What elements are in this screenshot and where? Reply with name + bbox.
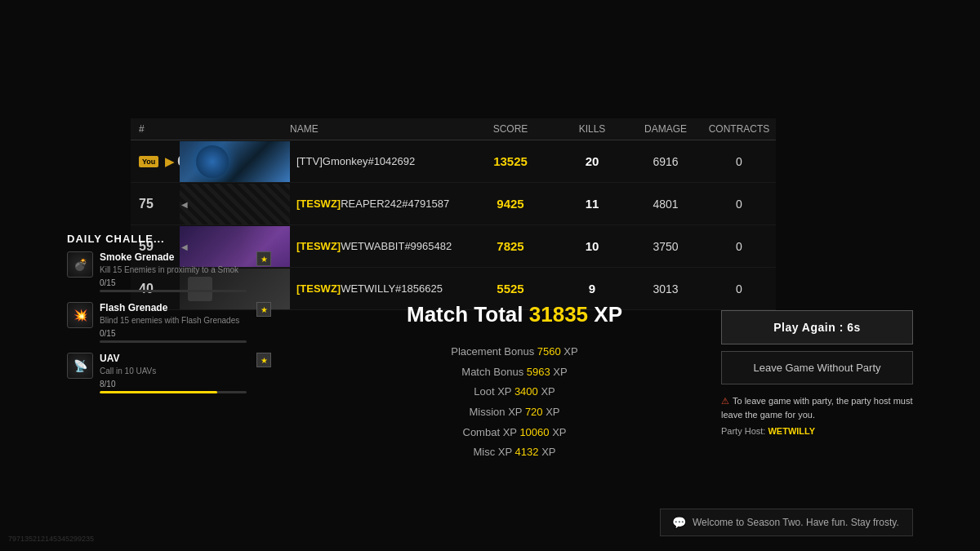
player-contracts: 0 bbox=[702, 282, 776, 295]
daily-challenges-title: DAILY CHALLE... bbox=[67, 233, 271, 245]
xp-line: Placement Bonus 7560 XP bbox=[343, 342, 686, 362]
challenge-star: ★ bbox=[256, 302, 271, 317]
header-score: Score bbox=[466, 123, 555, 135]
team-tag: [TESWZ] bbox=[296, 282, 341, 295]
right-panel: Play Again : 6s Leave Game Without Party… bbox=[721, 310, 913, 436]
progress-bar bbox=[100, 391, 247, 393]
player-contracts: 0 bbox=[702, 240, 776, 253]
challenge-desc: Kill 15 Enemies in proximity to a Smok bbox=[100, 264, 250, 275]
player-score: 5525 bbox=[466, 282, 555, 295]
avatar-image bbox=[180, 184, 290, 224]
challenge-star: ★ bbox=[256, 251, 271, 266]
team-tag: [TESWZ] bbox=[296, 198, 341, 210]
player-avatar bbox=[180, 141, 290, 182]
avatar-image bbox=[180, 141, 290, 182]
header-contracts: Contracts bbox=[702, 123, 776, 135]
challenge-progress: 0/15 bbox=[100, 329, 250, 338]
player-score: 7825 bbox=[466, 239, 555, 253]
header-damage: Damage bbox=[629, 123, 702, 135]
challenge-icon: 💣 bbox=[67, 251, 93, 278]
chat-icon: 💬 bbox=[672, 516, 686, 529]
match-total-panel: Match Total 31835 XP Placement Bonus 756… bbox=[343, 302, 686, 463]
player-avatar: ◀ bbox=[180, 184, 290, 224]
player-name: [TTV]Gmonkey#1042692 bbox=[290, 155, 466, 167]
player-contracts: 0 bbox=[702, 155, 776, 168]
party-host-line: Party Host: WETWILLY bbox=[721, 426, 913, 436]
challenge-name: Flash Grenade bbox=[100, 302, 250, 313]
challenge-icon: 💥 bbox=[67, 302, 93, 328]
leave-game-button[interactable]: Leave Game Without Party bbox=[721, 351, 913, 384]
progress-bar bbox=[100, 290, 247, 292]
watermark: 797135212145345299235 bbox=[8, 535, 94, 543]
match-total-title: Match Total 31835 XP bbox=[343, 302, 686, 327]
challenge-name: Smoke Grenade bbox=[100, 251, 250, 263]
progress-bar bbox=[100, 340, 247, 343]
challenge-item: 📡 UAV Call in 10 UAVs 8/10 ★ bbox=[67, 353, 271, 393]
challenge-name: UAV bbox=[100, 353, 250, 364]
party-host-name: WETWILLY bbox=[768, 426, 815, 436]
player-name: [TESWZ]REAPER242#4791587 bbox=[290, 198, 466, 210]
xp-breakdown: Placement Bonus 7560 XP Match Bonus 5963… bbox=[343, 342, 686, 463]
player-contracts: 0 bbox=[702, 198, 776, 211]
arrow-icon: ▶ bbox=[165, 155, 174, 168]
table-row: 75 ◀ [TESWZ]REAPER242#4791587 9425 11 48… bbox=[131, 183, 776, 225]
challenge-desc: Call in 10 UAVs bbox=[100, 366, 250, 376]
mute-icon: ◀ bbox=[181, 199, 188, 208]
daily-challenges-panel: DAILY CHALLE... 💣 Smoke Grenade Kill 15 … bbox=[67, 233, 271, 403]
challenge-progress: 0/15 bbox=[100, 278, 250, 287]
warning-icon: ⚠ bbox=[721, 396, 729, 406]
player-kills: 10 bbox=[555, 239, 629, 253]
challenge-progress: 8/10 bbox=[100, 380, 250, 389]
play-again-button[interactable]: Play Again : 6s bbox=[721, 310, 913, 344]
player-kills: 9 bbox=[555, 282, 629, 295]
player-score: 13525 bbox=[466, 154, 555, 168]
challenge-info: Smoke Grenade Kill 15 Enemies in proximi… bbox=[100, 251, 250, 292]
player-name: [TESWZ]WETWILLY#1856625 bbox=[290, 282, 466, 295]
player-kills: 20 bbox=[555, 154, 629, 168]
challenge-info: UAV Call in 10 UAVs 8/10 bbox=[100, 353, 250, 393]
xp-line: Loot XP 3400 XP bbox=[343, 382, 686, 402]
header-kills: Kills bbox=[555, 123, 629, 135]
challenge-desc: Blind 15 enemies with Flash Grenades bbox=[100, 315, 250, 326]
player-kills: 11 bbox=[555, 197, 629, 211]
challenge-icon: 📡 bbox=[67, 353, 93, 379]
row-num: You ▶ 69 bbox=[131, 154, 180, 169]
challenge-info: Flash Grenade Blind 15 enemies with Flas… bbox=[100, 302, 250, 343]
player-damage: 3013 bbox=[629, 282, 702, 295]
challenge-item: 💣 Smoke Grenade Kill 15 Enemies in proxi… bbox=[67, 251, 271, 292]
xp-line: Misc XP 4132 XP bbox=[343, 442, 686, 463]
player-damage: 3750 bbox=[629, 240, 702, 253]
player-score: 9425 bbox=[466, 197, 555, 211]
scoreboard-header: # Name Score Kills Damage Contracts bbox=[131, 118, 776, 140]
xp-line: Mission XP 720 XP bbox=[343, 402, 686, 423]
challenge-star: ★ bbox=[256, 353, 271, 367]
header-name: Name bbox=[290, 123, 466, 135]
xp-line: Combat XP 10060 XP bbox=[343, 423, 686, 443]
header-num: # bbox=[131, 123, 180, 135]
team-tag: [TESWZ] bbox=[296, 240, 341, 252]
party-notice: ⚠To leave game with party, the party hos… bbox=[721, 394, 913, 421]
table-row: You ▶ 69 [TTV]Gmonkey#1042692 13525 20 6… bbox=[131, 140, 776, 183]
xp-line: Match Bonus 5963 XP bbox=[343, 362, 686, 383]
notification-message: Welcome to Season Two. Have fun. Stay fr… bbox=[693, 517, 899, 528]
you-badge: You bbox=[139, 156, 158, 167]
player-name: [TESWZ]WETWABBIT#9965482 bbox=[290, 240, 466, 252]
player-damage: 4801 bbox=[629, 198, 702, 211]
player-damage: 6916 bbox=[629, 155, 702, 168]
progress-fill bbox=[100, 391, 217, 393]
row-num: 75 bbox=[131, 197, 180, 211]
challenge-item: 💥 Flash Grenade Blind 15 enemies with Fl… bbox=[67, 302, 271, 343]
bottom-notification: 💬 Welcome to Season Two. Have fun. Stay … bbox=[660, 509, 913, 536]
